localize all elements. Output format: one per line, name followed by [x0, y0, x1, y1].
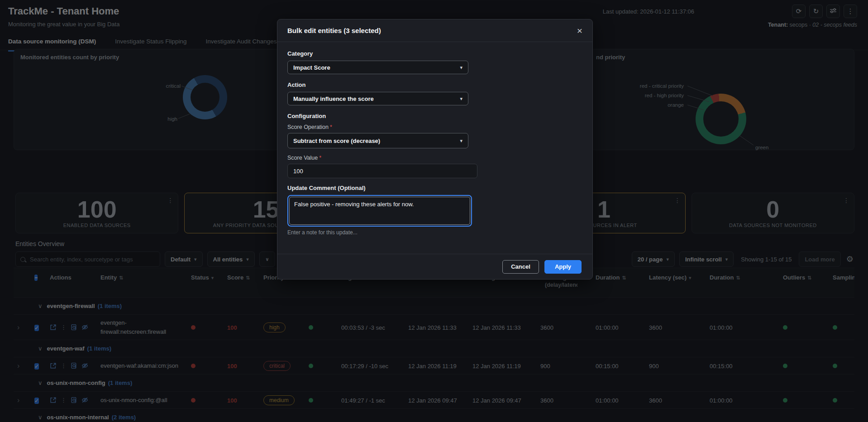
modal-body: Category Impact Score ▾ Action Manually … — [277, 42, 592, 236]
action-select[interactable]: Manually influence the score ▾ — [287, 92, 468, 105]
comment-help-text: Enter a note for this update... — [287, 229, 582, 236]
cancel-button[interactable]: Cancel — [502, 260, 539, 274]
apply-button[interactable]: Apply — [544, 260, 582, 274]
category-select[interactable]: Impact Score ▾ — [287, 61, 468, 74]
modal-title: Bulk edit entities (3 selected) — [287, 27, 577, 34]
modal-footer: Cancel Apply — [277, 254, 592, 279]
required-marker: * — [330, 124, 332, 130]
score-value-label: Score Value* — [287, 155, 582, 161]
close-icon[interactable]: × — [577, 26, 582, 35]
score-value-input[interactable] — [287, 164, 477, 178]
comment-textarea[interactable]: False positive - removing these alerts f… — [289, 197, 470, 225]
score-operation-select[interactable]: Subtract from score (decrease) ▾ — [287, 133, 468, 148]
caret-down-icon: ▾ — [460, 138, 463, 144]
comment-textarea-focus-ring: False positive - removing these alerts f… — [287, 195, 472, 227]
caret-down-icon: ▾ — [460, 65, 463, 71]
update-comment-label: Update Comment (Optional) — [287, 185, 582, 191]
score-operation-label: Score Operation* — [287, 124, 582, 130]
modal-header: Bulk edit entities (3 selected) × — [277, 19, 592, 42]
required-marker: * — [319, 155, 321, 161]
configuration-label: Configuration — [287, 113, 582, 119]
bulk-edit-modal: Bulk edit entities (3 selected) × Catego… — [277, 19, 593, 280]
trackme-app: TrackMe - Tenant Home Monitoring the gre… — [0, 0, 868, 422]
category-label: Category — [287, 50, 582, 57]
action-label: Action — [287, 81, 582, 88]
caret-down-icon: ▾ — [460, 96, 463, 102]
